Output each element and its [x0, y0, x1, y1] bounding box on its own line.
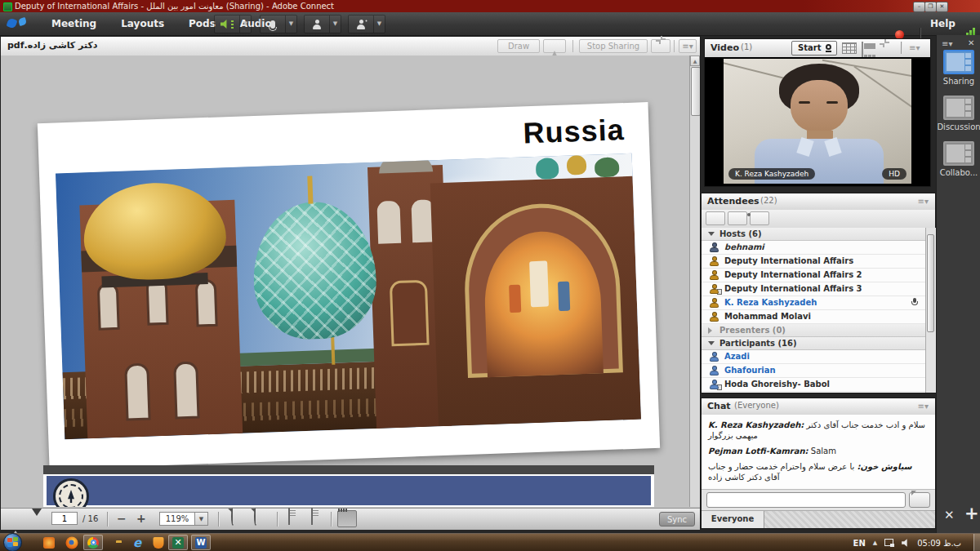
- volume-icon[interactable]: [902, 539, 910, 547]
- taskbar-shield-app[interactable]: [149, 535, 168, 550]
- layouts-close-icon[interactable]: ✕: [968, 38, 974, 47]
- attendees-pod-menu-button[interactable]: ≡▾: [918, 195, 929, 207]
- speaker-control[interactable]: ▼: [214, 15, 252, 33]
- chat-tab-everyone[interactable]: Everyone: [702, 511, 764, 528]
- taskbar-word[interactable]: W: [191, 535, 211, 550]
- video-pod-menu-button[interactable]: ≡▾: [909, 42, 920, 54]
- photo-tower-cap: [378, 153, 433, 173]
- attendee-role-icon: [709, 380, 719, 389]
- toolbar-divider: [107, 512, 108, 527]
- pods-add-icon[interactable]: +: [964, 504, 979, 523]
- filmstrip-view-button[interactable]: [862, 42, 863, 59]
- pods-close-icon[interactable]: ✕: [944, 508, 955, 522]
- layout-thumbnail-sharing[interactable]: [943, 50, 974, 74]
- scrollbar-thumb[interactable]: [691, 67, 700, 116]
- taskbar-media-player[interactable]: [39, 535, 59, 550]
- speaker-dropdown[interactable]: ▼: [240, 16, 251, 33]
- scrollbar-thumb[interactable]: [927, 234, 934, 332]
- fit-page-button[interactable]: [311, 509, 313, 524]
- layout-thumbnail-collabo[interactable]: [943, 141, 974, 166]
- attendee-role-icon: [709, 284, 719, 294]
- taskbar-internet-explorer[interactable]: e: [127, 535, 147, 550]
- attendee-row[interactable]: Deputy International Affairs 3: [702, 282, 925, 296]
- taskbar-firefox[interactable]: [62, 535, 82, 550]
- taskbar-excel[interactable]: ✕: [168, 535, 188, 550]
- menu-item-layouts[interactable]: Layouts: [109, 12, 176, 35]
- fit-width-icon: [288, 508, 290, 525]
- chat-pod-menu-button[interactable]: ≡▾: [918, 400, 929, 412]
- device-badge-icon: [717, 384, 722, 390]
- word-icon: W: [195, 537, 207, 549]
- sync-button[interactable]: Sync: [659, 512, 695, 527]
- fit-width-button[interactable]: [288, 509, 290, 524]
- chrome-icon: [87, 537, 99, 549]
- zoom-dropdown[interactable]: ▼: [195, 512, 208, 526]
- tray-expand-icon[interactable]: ▲: [873, 540, 877, 546]
- raise-hand-dropdown[interactable]: ▼: [374, 16, 385, 33]
- draw-button[interactable]: Draw: [497, 39, 540, 53]
- chat-input[interactable]: [706, 492, 906, 508]
- attendee-row[interactable]: Deputy International Affairs 2: [702, 269, 925, 282]
- attendee-row[interactable]: Ghafourian: [702, 364, 925, 378]
- hand-tool-button[interactable]: [337, 510, 357, 527]
- language-indicator[interactable]: EN: [853, 539, 866, 548]
- zoom-in-button[interactable]: +: [136, 509, 146, 528]
- webcam-dropdown[interactable]: ▼: [330, 16, 341, 33]
- webcam-control[interactable]: ▼: [304, 15, 341, 33]
- attendee-grid-view-button[interactable]: [728, 211, 747, 225]
- attendee-row[interactable]: Hoda Ghoreishy- Babol: [702, 378, 925, 392]
- attendee-row[interactable]: behnami: [702, 241, 925, 255]
- document-scrollbar[interactable]: ▲: [689, 56, 700, 507]
- microphone-control[interactable]: ▼: [260, 15, 297, 33]
- attendee-status-view-button[interactable]: [750, 211, 769, 225]
- scroll-up-icon[interactable]: ▲: [690, 56, 700, 66]
- rotate-ccw-button[interactable]: [231, 509, 234, 524]
- attendee-row[interactable]: K. Reza Kashyzadeh: [702, 296, 925, 310]
- clock[interactable]: 05:09 ب.ظ: [917, 539, 961, 548]
- pointer-tool-button[interactable]: [543, 39, 566, 53]
- minimize-button[interactable]: –: [913, 2, 925, 12]
- chat-send-button[interactable]: [909, 492, 930, 508]
- page-down-button[interactable]: [32, 516, 42, 531]
- attendee-section-header[interactable]: Hosts (6): [702, 228, 925, 241]
- network-icon[interactable]: [884, 539, 894, 547]
- layouts-menu-icon[interactable]: ≡▾: [942, 39, 952, 48]
- raise-hand-control[interactable]: ▼: [348, 15, 385, 33]
- attendee-row[interactable]: Azadi: [702, 350, 925, 364]
- chat-message-list: K. Reza Kashyzadeh: سلام و ادب خدمت جناب…: [702, 415, 935, 489]
- close-button[interactable]: ✕: [936, 2, 948, 12]
- show-desktop-button[interactable]: [973, 534, 980, 551]
- microphone-dropdown[interactable]: ▼: [286, 16, 296, 33]
- share-fullscreen-button[interactable]: [651, 39, 670, 53]
- share-pod-header: دکتر کاشی زاده.pdf Draw Stop Sharing ≡▾: [1, 37, 700, 56]
- attendee-row[interactable]: Mohammad Molavi: [702, 310, 925, 324]
- layout-thumbnail-discussion[interactable]: [943, 96, 974, 120]
- attendee-section-header[interactable]: Presenters (0): [702, 324, 925, 337]
- start-webcam-button[interactable]: Start: [791, 41, 837, 56]
- hd-badge: HD: [882, 168, 906, 180]
- rotate-cw-button[interactable]: [254, 509, 257, 524]
- attendee-role-icon: [709, 242, 719, 252]
- start-button[interactable]: [3, 533, 22, 551]
- video-count: (1): [741, 42, 752, 51]
- taskbar-chrome[interactable]: [83, 535, 103, 550]
- stop-sharing-button[interactable]: Stop Sharing: [579, 39, 648, 53]
- zoom-out-button[interactable]: −: [117, 509, 127, 528]
- photo-right-facade: [430, 176, 641, 426]
- slide-title: Russia: [523, 113, 625, 150]
- zoom-level-value[interactable]: 119%: [159, 512, 195, 526]
- attendees-pod: Attendees (22) ≡▾ Hosts (6)behnamiDeputy…: [701, 193, 936, 393]
- grid-view-button[interactable]: [842, 42, 857, 54]
- attendee-row[interactable]: Deputy International Affairs: [702, 255, 925, 269]
- maximize-button[interactable]: ❐: [924, 2, 937, 12]
- page-number-input[interactable]: [51, 512, 78, 525]
- help-menu[interactable]: Help: [930, 12, 956, 35]
- attendee-list-view-button[interactable]: [706, 211, 725, 225]
- attendee-section-header[interactable]: Participants (16): [702, 337, 925, 350]
- attendees-pod-title: Attendees: [707, 196, 760, 207]
- share-pod-menu-button[interactable]: ≡▾: [679, 39, 697, 53]
- attendees-scrollbar[interactable]: [925, 228, 936, 393]
- menu-item-meeting[interactable]: Meeting: [39, 12, 109, 35]
- page-up-button[interactable]: [11, 515, 20, 531]
- taskbar-explorer[interactable]: [106, 535, 126, 550]
